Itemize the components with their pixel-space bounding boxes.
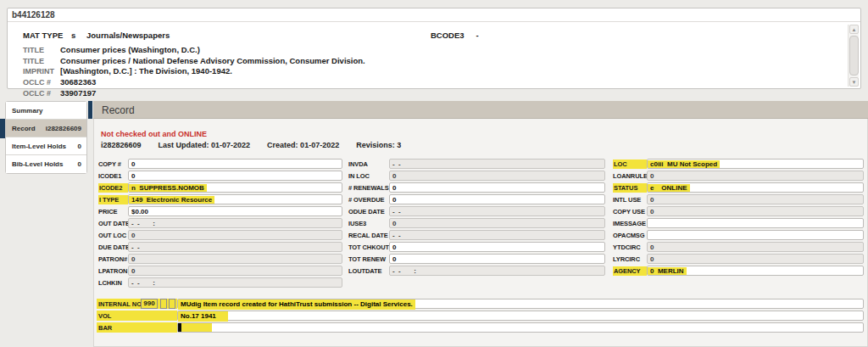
sidebar-item-label: Summary <box>12 107 42 115</box>
imessage-label: IMESSAGE <box>613 220 647 227</box>
field-row: YTDCIRC0 <box>94 242 867 254</box>
sidebar-item-label: Bib-Level Holds <box>12 160 63 168</box>
record-sidebar: SummaryRecordi282826609Item-Level Holds0… <box>5 101 87 174</box>
bib-record-panel: b44126128 MAT TYPEsJournals/Newspapers B… <box>7 8 861 89</box>
field-value: e ONLINE <box>648 184 690 193</box>
vol-label: VOL <box>97 311 177 321</box>
indicator1-input[interactable] <box>160 299 167 309</box>
sidebar-item-bib-level-holds[interactable]: Bib-Level Holds0 <box>6 155 86 173</box>
field-value: 0 <box>650 196 654 204</box>
intl-use-field[interactable]: 0 <box>647 194 864 204</box>
sidebar-item-value: i282826609 <box>46 125 81 132</box>
sidebar-item-record[interactable]: Recordi282826609 <box>6 120 86 137</box>
loanrule-label: LOANRULE <box>613 172 647 180</box>
field-row: LYRCIRC0 <box>94 254 867 266</box>
status-message: Not checked out and ONLINE <box>101 130 207 138</box>
record-id: i282826609 <box>101 141 142 149</box>
sidebar-item-summary[interactable]: Summary <box>6 102 86 120</box>
copy-use-label: COPY USE <box>613 208 647 215</box>
field-value: 0 MERLIN <box>648 267 687 276</box>
bar-field[interactable] <box>177 322 864 333</box>
status-label: STATUS <box>613 183 647 193</box>
agency-label: AGENCY <box>613 266 647 276</box>
bcode3-value: - <box>476 31 479 40</box>
internal-note-row: INTERNAL NOTE 990 MUdig Item record crea… <box>94 299 867 311</box>
lyrcirc-field[interactable]: 0 <box>647 254 864 264</box>
sidebar-item-label: Record <box>12 125 36 132</box>
field-value: 0 <box>650 172 654 180</box>
internal-note-field[interactable]: MUdig Item record created for HathiTrust… <box>177 299 864 309</box>
internal-note-label: INTERNAL NOTE 990 <box>97 299 177 309</box>
revisions-count: Revisions: 3 <box>356 141 401 149</box>
field-value: 0 <box>650 208 654 215</box>
field-value: 0 <box>650 255 654 263</box>
field-row: COPY USE0 <box>94 206 867 218</box>
bib-row: OCLC #33907197 <box>23 84 96 99</box>
bib-record-number: b44126128 <box>8 8 860 22</box>
intl-use-label: INTL USE <box>613 196 647 204</box>
field-row: INTL USE0 <box>94 194 867 206</box>
field-row: LCHKIN- - : <box>94 277 867 289</box>
internal-note-tag-input[interactable]: 990 <box>141 299 158 309</box>
lchkin-field[interactable]: - - : <box>128 277 342 288</box>
copy-use-field[interactable]: 0 <box>647 206 864 216</box>
bar-label: BAR <box>97 322 177 333</box>
field-value: c0iii MU Not Scoped <box>648 160 720 169</box>
fields-grid: COPY #0ICODE10ICODE2n SUPPRESS.NOMOBI TY… <box>94 159 867 294</box>
bcode3-label: BCODE3 <box>431 31 465 40</box>
internal-note-value: MUdig Item record created for HathiTrust… <box>178 299 415 310</box>
agency-field[interactable]: 0 MERLIN <box>647 266 864 276</box>
lyrcirc-label: LYRCIRC <box>613 255 647 263</box>
scroll-up-icon[interactable]: ▲ <box>849 25 859 34</box>
bib-scrollbar[interactable]: ▲ ▼ <box>848 25 859 87</box>
imessage-field[interactable] <box>647 218 864 228</box>
record-content: Not checked out and ONLINE i282826609Las… <box>93 119 868 347</box>
mat-type-value: Journals/Newspapers <box>86 31 170 40</box>
lchkin-label: LCHKIN <box>98 279 128 287</box>
field-row: OPACMSG <box>94 230 867 242</box>
sidebar-item-value: 0 <box>78 160 81 168</box>
opacmsg-label: OPACMSG <box>613 232 647 239</box>
vol-value: No.17 1941 <box>178 311 228 322</box>
record-header-accent <box>88 101 92 119</box>
field-row: LOCc0iii MU Not Scoped <box>94 159 867 171</box>
vol-row: VOL No.17 1941 <box>94 311 867 322</box>
last-updated: Last Updated: 01-07-2022 <box>159 141 251 149</box>
ytdcirc-field[interactable]: 0 <box>647 242 864 252</box>
sidebar-item-item-level-holds[interactable]: Item-Level Holds0 <box>6 137 86 155</box>
record-meta-line: i282826609Last Updated: 01-07-2022Create… <box>101 141 418 149</box>
scrollbar-thumb[interactable] <box>849 36 859 76</box>
bar-highlight <box>181 323 212 332</box>
loc-label: LOC <box>613 160 647 169</box>
loanrule-field[interactable]: 0 <box>647 171 864 181</box>
mat-type-code: s <box>71 31 86 40</box>
bottom-fields: INTERNAL NOTE 990 MUdig Item record crea… <box>94 299 867 336</box>
sidebar-item-value: 0 <box>78 143 81 150</box>
indicator2-input[interactable] <box>169 299 175 309</box>
field-row: STATUSe ONLINE <box>94 182 867 194</box>
field-value: 0 <box>650 243 654 251</box>
vol-field[interactable]: No.17 1941 <box>177 311 864 321</box>
status-field[interactable]: e ONLINE <box>647 182 864 193</box>
record-panel-title: Record <box>102 104 135 116</box>
mat-type-label: MAT TYPE <box>23 31 71 40</box>
loc-field[interactable]: c0iii MU Not Scoped <box>647 159 864 169</box>
sidebar-item-label: Item-Level Holds <box>12 143 66 150</box>
created-date: Created: 01-07-2022 <box>267 141 339 149</box>
bib-row-value: 33907197 <box>60 88 96 98</box>
scroll-down-icon[interactable]: ▼ <box>849 77 859 87</box>
bcode3-row: BCODE3- <box>431 26 479 42</box>
field-row: LOANRULE0 <box>94 171 867 182</box>
bib-row-label: OCLC # <box>23 89 60 98</box>
field-row: AGENCY0 MERLIN <box>94 266 867 277</box>
record-header: Record <box>93 101 868 119</box>
selected-accent-bar <box>0 119 5 138</box>
bar-row: BAR <box>94 322 867 334</box>
ytdcirc-label: YTDCIRC <box>613 243 647 251</box>
mat-type-row: MAT TYPEsJournals/Newspapers <box>23 26 170 42</box>
field-value: - - : <box>131 279 155 287</box>
field-row: IMESSAGE <box>94 218 867 230</box>
opacmsg-field[interactable] <box>647 230 864 240</box>
